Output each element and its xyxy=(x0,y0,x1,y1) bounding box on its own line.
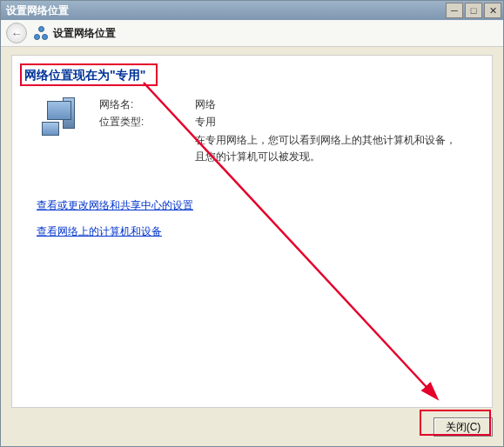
wizard-title: 设置网络位置 xyxy=(53,26,116,41)
link-network-sharing-center[interactable]: 查看或更改网络和共享中心的设置 xyxy=(37,198,193,213)
page-heading: 网络位置现在为"专用" xyxy=(24,68,145,83)
maximize-button[interactable]: □ xyxy=(465,3,482,18)
close-window-button[interactable]: ✕ xyxy=(484,3,501,18)
content-panel: 网络位置现在为"专用" 网络名: 网络 位置类型: 专用 在专用网络上，您可以看… xyxy=(11,55,493,408)
location-type-value: 专用 xyxy=(195,115,216,130)
computer-icon xyxy=(42,97,77,136)
network-name-label: 网络名: xyxy=(99,97,133,112)
link-view-network-devices[interactable]: 查看网络上的计算机和设备 xyxy=(37,224,162,239)
dialog-window: 设置网络位置 ─ □ ✕ ← 设置网络位置 网络位置现在为"专用" 网络名: 网… xyxy=(0,0,504,447)
title-bar: 设置网络位置 ─ □ ✕ xyxy=(1,1,503,20)
arrow-left-icon: ← xyxy=(11,27,23,40)
back-button[interactable]: ← xyxy=(6,23,27,43)
minimize-button[interactable]: ─ xyxy=(446,3,463,18)
location-type-label: 位置类型: xyxy=(99,115,144,130)
wizard-header: ← 设置网络位置 xyxy=(1,20,503,47)
network-name-value: 网络 xyxy=(195,97,216,112)
network-icon xyxy=(34,26,48,40)
button-bar: 关闭(C) xyxy=(11,411,493,443)
location-description: 在专用网络上，您可以看到网络上的其他计算机和设备，且您的计算机可以被发现。 xyxy=(195,132,456,165)
title-bar-caption: 设置网络位置 xyxy=(6,3,444,18)
close-button[interactable]: 关闭(C) xyxy=(433,417,493,437)
